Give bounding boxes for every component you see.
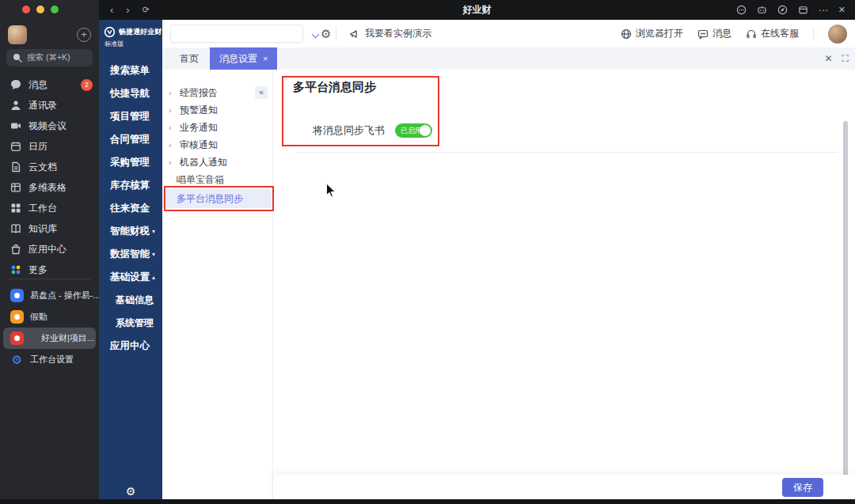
menu-item-smart-tax[interactable]: 智能财税▾ [99, 220, 162, 243]
tree-item-multi-platform-sync[interactable]: 多平台消息同步 [162, 189, 272, 208]
menu-item-inventory[interactable]: 库存核算 [99, 174, 162, 197]
chevron-right-icon: › [169, 106, 175, 115]
close-icon[interactable]: ✕ [838, 5, 846, 15]
tree-item-alert-notify[interactable]: ›预警通知 [162, 101, 272, 119]
compass-icon[interactable] [777, 5, 788, 15]
app-brand: 畅捷通好业财 [99, 20, 162, 38]
user-avatar[interactable] [8, 25, 27, 44]
sidebar-item-label: 工作台 [28, 202, 57, 215]
app-menu: 搜索菜单 快捷导航 项目管理 合同管理 采购管理 库存核算 往来资金 智能财税▾… [99, 59, 162, 358]
menu-item-basic-settings[interactable]: 基础设置▴ [99, 266, 162, 289]
open-in-browser-button[interactable]: 浏览器打开 [621, 27, 683, 40]
pinned-app-label: 假勤 [30, 311, 48, 323]
app-sidebar: 畅捷通好业财 标准版 搜索菜单 快捷导航 项目管理 合同管理 采购管理 库存核算… [99, 20, 162, 504]
pinned-app-jiaqin[interactable]: 假勤 [3, 306, 96, 328]
bot-icon[interactable] [757, 5, 767, 15]
doc-icon [10, 161, 21, 172]
scrollbar-thumb[interactable] [843, 121, 848, 488]
screen-bottom-edge [0, 499, 855, 504]
menu-item-quick-nav[interactable]: 快捷导航 [99, 82, 162, 105]
topbar-divider [813, 28, 814, 40]
pinned-app-workbench-settings[interactable]: ⚙ 工作台设置 [3, 349, 96, 370]
tab-home[interactable]: 首页 [169, 47, 210, 70]
tab-actions: ✕ ⛶ [825, 47, 849, 70]
sidebar-item-docs[interactable]: 云文档 [0, 157, 99, 177]
screen: + 搜索 (⌘+K) 消息 2 通讯录 视频会议 日历 [0, 0, 855, 504]
zoom-window-button[interactable] [51, 6, 59, 13]
sidebar-item-app-center[interactable]: 应用中心 [0, 239, 99, 260]
workbench-icon [10, 203, 21, 214]
megaphone-icon [349, 28, 360, 40]
pinned-app-haoyecai[interactable]: 好业财|项目... [3, 328, 96, 349]
sidebar-item-contacts[interactable]: 通讯录 [0, 95, 99, 116]
fullscreen-icon[interactable]: ⛶ [842, 53, 849, 64]
sidebar-item-video-meeting[interactable]: 视频会议 [0, 116, 99, 136]
user-avatar[interactable] [828, 25, 847, 44]
popout-window-icon[interactable] [798, 5, 808, 15]
menu-item-contract-mgmt[interactable]: 合同管理 [99, 128, 162, 151]
table-icon [10, 182, 21, 193]
scrollbar[interactable] [843, 97, 848, 471]
section-divider [294, 152, 838, 153]
tab-message-settings[interactable]: 消息设置 × [210, 47, 277, 70]
menu-item-purchase-mgmt[interactable]: 采购管理 [99, 151, 162, 174]
page-title: 多平台消息同步 [293, 80, 376, 95]
search-input[interactable]: 搜索 (⌘+K) [6, 49, 93, 66]
footer-bar: 保存 [273, 475, 855, 499]
window-traffic-lights [22, 6, 59, 13]
sidebar-item-label: 应用中心 [28, 243, 66, 256]
jiaqin-app-icon [10, 310, 24, 324]
bag-icon [10, 244, 21, 255]
window-titlebar: ‹ › ⟳ 好业财 ⋯ ✕ [99, 0, 855, 20]
menu-item-basic-info[interactable]: 基础信息 [99, 289, 162, 312]
chat-icon [697, 28, 709, 40]
tab-close-icon[interactable]: × [263, 54, 268, 63]
demo-link[interactable]: 我要看实例演示 [349, 20, 431, 47]
chevron-down-icon: ▾ [152, 228, 155, 235]
menu-item-app-center[interactable]: 应用中心 [99, 335, 162, 358]
messages-button[interactable]: 消息 [697, 27, 732, 40]
add-icon[interactable]: + [77, 28, 91, 42]
tree-item-speaker[interactable]: 唱单宝音箱 [162, 171, 272, 188]
close-all-tabs-icon[interactable]: ✕ [825, 53, 833, 64]
menu-item-project-mgmt[interactable]: 项目管理 [99, 105, 162, 128]
menu-item-funds[interactable]: 往来资金 [99, 197, 162, 220]
close-window-button[interactable] [22, 6, 30, 13]
tree-item-bot-notify[interactable]: ›机器人通知 [162, 153, 272, 171]
sidebar-item-calendar[interactable]: 日历 [0, 136, 99, 157]
menu-item-system-mgmt[interactable]: 系统管理 [99, 312, 162, 335]
sidebar-item-label: 通讯录 [28, 99, 57, 112]
org-select[interactable] [170, 25, 303, 43]
minimize-window-button[interactable] [36, 6, 44, 13]
forward-icon[interactable]: › [126, 4, 129, 16]
sidebar-item-workbench[interactable]: 工作台 [0, 198, 99, 218]
app-topbar: ⚙ 我要看实例演示 浏览器打开 消息 在线客服 [162, 20, 855, 47]
sidebar-item-wiki[interactable]: 知识库 [0, 218, 99, 239]
chevron-right-icon: › [169, 141, 175, 150]
chevron-right-icon: › [169, 158, 175, 167]
online-support-button[interactable]: 在线客服 [746, 27, 799, 40]
save-button[interactable]: 保存 [782, 478, 823, 497]
sidebar-item-messages[interactable]: 消息 2 [0, 74, 99, 95]
menu-item-data-intel[interactable]: 数据智能▾ [99, 243, 162, 266]
menu-item-search-menu[interactable]: 搜索菜单 [99, 59, 162, 82]
back-icon[interactable]: ‹ [110, 4, 113, 16]
pinned-app-yipandian[interactable]: 易盘点 - 操作易-... [3, 285, 96, 306]
tree-item-business-notify[interactable]: ›业务通知 [162, 119, 272, 136]
sync-toggle[interactable]: 已启用 [395, 123, 432, 138]
reload-icon[interactable]: ⟳ [142, 5, 150, 15]
tree-item-approval-notify[interactable]: ›审核通知 [162, 136, 272, 153]
topbar-actions: 浏览器打开 消息 在线客服 [621, 20, 847, 47]
settings-gear-icon[interactable]: ⚙ [321, 27, 331, 40]
calendar-icon [10, 141, 21, 152]
more-icon[interactable]: ⋯ [819, 5, 828, 16]
sidebar-item-label: 多维表格 [28, 181, 66, 195]
comment-icon[interactable] [736, 5, 747, 15]
sidebar-item-label: 消息 [28, 78, 48, 92]
sidebar-item-base[interactable]: 多维表格 [0, 177, 99, 198]
tree-item-business-report[interactable]: ›经营报告 [162, 84, 272, 101]
search-placeholder: 搜索 (⌘+K) [27, 52, 70, 63]
sidebar-item-more[interactable]: 更多 [0, 260, 99, 280]
settings-gear-icon[interactable]: ⚙ [99, 485, 162, 498]
pinned-app-label: 好业财|项目... [41, 332, 94, 344]
